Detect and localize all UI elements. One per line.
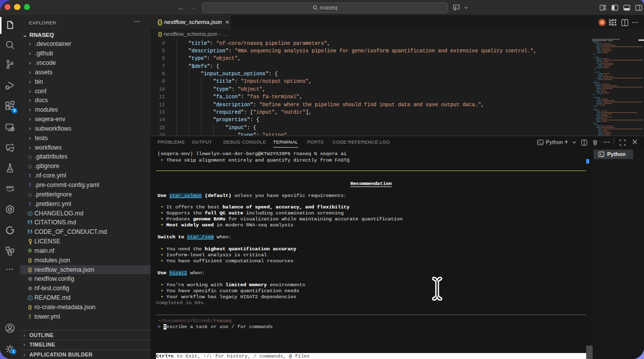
svg-text:aws: aws (6, 184, 14, 189)
